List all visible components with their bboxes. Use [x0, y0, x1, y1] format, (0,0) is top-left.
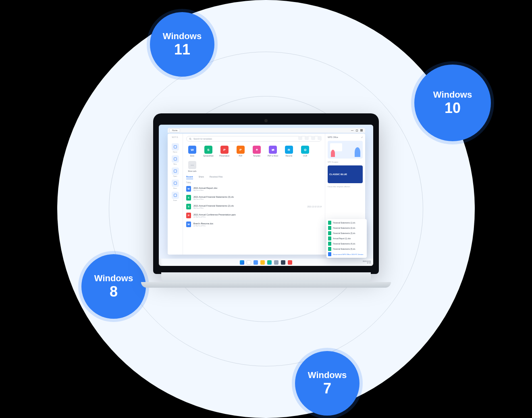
popup-link-text: Recommend WPS Office 2019 PC Version — [333, 253, 364, 255]
taskbar-search-icon[interactable] — [247, 260, 251, 265]
svg-line-6 — [191, 139, 191, 140]
header-icon[interactable] — [311, 136, 315, 140]
header-icon[interactable] — [298, 136, 302, 140]
file-row[interactable]: W2021 Annual Report.xlsxMyCloud Files — [186, 186, 322, 192]
laptop-base — [141, 282, 391, 288]
sidebar-item-open[interactable]: Open — [172, 167, 179, 177]
file-row[interactable]: S2021 Annual Financial Statements (3).xl… — [186, 195, 322, 201]
taskbar-widgets-icon[interactable] — [254, 260, 258, 265]
popup-file-name: Financial Statements (2).xls — [333, 227, 355, 229]
popup-file-name: Financial Statements (4).xls — [333, 243, 355, 245]
header-actions — [298, 136, 322, 140]
popup-recommendation-link[interactable]: Recommend WPS Office 2019 PC Version — [328, 252, 365, 256]
home-icon — [172, 143, 179, 150]
tile-label: PDF to Word — [268, 155, 278, 157]
file-type-icon — [328, 226, 331, 230]
new-pdf-to-word-button[interactable]: ⇄PDF to Word — [267, 146, 279, 157]
tile-label: PDF — [239, 155, 243, 157]
new-template-button[interactable]: ✦Template — [251, 146, 263, 157]
popup-file-name: Financial Statements (3).xls — [333, 232, 355, 234]
windows-taskbar: 2021/12/10 12:10 — [159, 259, 373, 266]
tile-label: Spreadsheet — [203, 155, 214, 157]
tile-icon: W — [188, 146, 196, 154]
laptop-bezel: Home WPS HomeNewOpenDocsTeam — [153, 113, 379, 274]
search-icon — [189, 138, 192, 140]
taskbar-store-icon[interactable] — [281, 260, 285, 265]
popup-file-name: Financial Statements (5).xls — [333, 248, 355, 250]
taskbar-explorer-icon[interactable] — [260, 260, 265, 265]
tab-recent[interactable]: Recent — [186, 176, 193, 179]
app-sidebar: WPS HomeNewOpenDocsTeam — [168, 134, 183, 255]
new-resume-button[interactable]: RResume — [283, 146, 295, 157]
recent-popup: Financial Statements (1).xlsFinancial St… — [326, 219, 367, 258]
popup-file-row[interactable]: Financial Statements (4).xls — [328, 242, 365, 246]
new-docs-button[interactable]: WDocs — [186, 146, 198, 157]
popup-file-row[interactable]: Financial Statements (1).xls — [328, 221, 365, 225]
os-version: 7 — [323, 381, 331, 396]
header-icon[interactable] — [305, 136, 309, 140]
sidebar-item-home[interactable]: Home — [172, 143, 179, 153]
os-label: Windows — [163, 32, 202, 41]
window-max-button[interactable] — [356, 130, 358, 132]
compatibility-diagram: Windows 11 Windows 10 Windows 8 Windows … — [57, 0, 475, 418]
popup-file-row[interactable]: Financial Statements (3).xls — [328, 231, 365, 235]
tile-icon: ⋯ — [188, 161, 196, 169]
tab-share[interactable]: Share — [199, 176, 204, 179]
taskbar-clock[interactable]: 2021/12/10 12:10 — [363, 261, 371, 264]
tile-icon: S — [204, 146, 212, 154]
right-pane-expand-icon[interactable]: ⤢ — [361, 136, 363, 138]
popup-file-row[interactable]: Financial Statements (2).xls — [328, 226, 365, 230]
promo-card[interactable] — [328, 141, 363, 159]
avatar[interactable] — [318, 136, 322, 140]
team-icon — [172, 192, 179, 199]
sidebar-item-team[interactable]: Team — [172, 192, 179, 201]
taskbar-edge-icon[interactable] — [267, 260, 272, 265]
svg-rect-4 — [174, 194, 177, 197]
sidebar-item-docs[interactable]: Docs — [172, 180, 179, 189]
file-row[interactable]: S2021 Annual Financial Statements (2).xl… — [186, 204, 322, 209]
start-button[interactable] — [240, 260, 244, 265]
sidebar-item-label: Docs — [173, 187, 177, 189]
tile-label: OCR — [303, 155, 307, 157]
taskbar-settings-icon[interactable] — [274, 260, 278, 265]
popup-file-name: Financial Statements (1).xls — [333, 222, 355, 224]
os-badge-windows-11: Windows 11 — [150, 12, 214, 77]
webcam-icon — [264, 119, 268, 122]
template-caption: WPS Template — [328, 161, 363, 163]
file-type-icon: S — [186, 204, 191, 209]
wps-office-window: Home WPS HomeNewOpenDocsTeam — [168, 134, 365, 255]
file-type-icon: S — [186, 195, 191, 201]
tile-label: More tools — [188, 170, 196, 172]
file-type-icon: P — [186, 213, 191, 218]
new-more-tools-button[interactable]: ⋯More tools — [186, 161, 198, 172]
tab-received[interactable]: Received Files — [210, 176, 223, 179]
section-tabs: Recent Share Received Files — [186, 176, 322, 179]
template-caption-2: Classic blue template collection — [328, 186, 363, 188]
file-row[interactable]: WBrant's Resume.doc@ MyCloud Files — [186, 222, 322, 227]
download-icon — [328, 252, 331, 256]
new-pdf-button[interactable]: PPDF — [235, 146, 247, 157]
window-min-button[interactable] — [351, 130, 353, 131]
tile-icon: P — [220, 146, 229, 154]
new-icon — [172, 155, 179, 163]
os-badge-windows-10: Windows 10 — [414, 65, 491, 141]
svg-rect-3 — [174, 182, 177, 185]
tile-label: Template — [253, 155, 260, 157]
popup-file-row[interactable]: Annual Report (1).xlsx — [328, 236, 365, 240]
window-close-button[interactable] — [360, 129, 363, 132]
popup-file-row[interactable]: Financial Statements (5).xls — [328, 247, 365, 251]
os-badge-windows-7: Windows 7 — [295, 351, 360, 416]
sidebar-item-new[interactable]: New — [172, 155, 179, 165]
new-ocr-button[interactable]: ⊙OCR — [299, 146, 311, 157]
taskbar-wps-icon[interactable] — [288, 260, 292, 265]
new-spreadsheet-button[interactable]: SSpreadsheet — [202, 146, 214, 157]
file-row[interactable]: P2021 Annual Conference Presentation.ppt… — [186, 213, 322, 218]
os-version: 11 — [174, 42, 190, 57]
file-location: @ MyCloud Files — [193, 216, 236, 218]
os-label: Windows — [433, 90, 472, 99]
new-presentation-button[interactable]: PPresentation — [218, 146, 231, 157]
laptop-hinge — [161, 272, 371, 283]
template-card-classic-blue[interactable]: CLASSIC BLUE — [328, 165, 363, 183]
os-label: Windows — [308, 371, 347, 380]
browser-tab[interactable]: Home — [169, 128, 180, 132]
